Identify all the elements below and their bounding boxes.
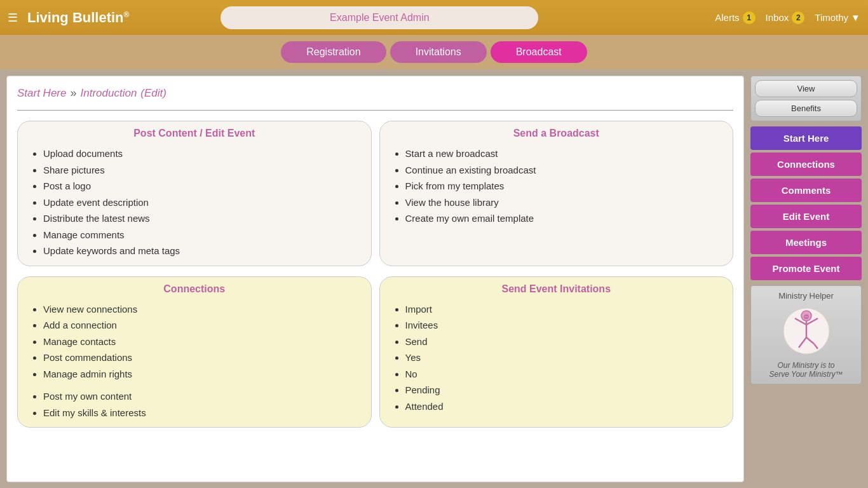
content-panel: Start Here » Introduction (Edit) Post Co… — [6, 76, 744, 482]
broadcast-list: Start a new broadcast Continue an existi… — [390, 146, 723, 227]
ministry-text: Our Ministry is to Serve Your Ministry™ — [756, 361, 856, 379]
connections-title: Connections — [28, 283, 361, 295]
sidebar-item-promote-event[interactable]: Promote Event — [750, 257, 862, 280]
menu-icon[interactable]: ☰ — [8, 11, 18, 25]
list-item: Post my own content — [43, 388, 361, 405]
user-menu[interactable]: Timothy ▼ — [815, 12, 860, 23]
connections-list: View new connections Add a connection Ma… — [28, 301, 361, 421]
list-item: Import — [405, 301, 723, 318]
list-item: Distribute the latest news — [43, 210, 361, 227]
list-item: Post a logo — [43, 178, 361, 194]
sidebar-item-comments[interactable]: Comments — [750, 179, 862, 202]
inbox-badge: 2 — [792, 11, 804, 24]
list-item: Manage comments — [43, 227, 361, 243]
list-item: Yes — [405, 349, 723, 366]
list-item: View the house library — [405, 194, 723, 211]
sidebar-top-panel: View Benefits — [750, 76, 862, 121]
view-button[interactable]: View — [755, 80, 857, 97]
broadcast-title: Send a Broadcast — [390, 128, 723, 139]
list-item: Upload documents — [43, 146, 361, 162]
sidebar-item-edit-event[interactable]: Edit Event — [750, 205, 862, 228]
sidebar-item-meetings[interactable]: Meetings — [750, 231, 862, 254]
list-item: Create my own email template — [405, 210, 723, 227]
header-right: Alerts 1 Inbox 2 Timothy ▼ — [715, 11, 860, 24]
list-item: Start a new broadcast — [405, 146, 723, 162]
top-sections: Post Content / Edit Event Upload documen… — [17, 121, 733, 266]
list-item: Continue an existing broadcast — [405, 162, 723, 179]
breadcrumb-start[interactable]: Start Here — [17, 87, 66, 100]
breadcrumb-separator — [17, 110, 733, 111]
ministry-helper-label: Ministry Helper — [756, 291, 856, 301]
breadcrumb-current: Introduction — [81, 87, 137, 100]
sidebar-item-start-here[interactable]: Start Here — [750, 126, 862, 150]
list-item: Pick from my templates — [405, 178, 723, 194]
breadcrumb-sep: » — [70, 86, 76, 100]
tab-invitations[interactable]: Invitations — [390, 41, 487, 63]
search-input[interactable] — [220, 6, 538, 29]
list-item: Edit my skills & interests — [43, 405, 361, 421]
list-item: Manage admin rights — [43, 366, 361, 383]
invitations-section: Send Event Invitations Import Invitees S… — [379, 276, 734, 428]
svg-text:@: @ — [803, 313, 809, 320]
list-item: Invitees — [405, 317, 723, 334]
invitations-title: Send Event Invitations — [390, 283, 723, 295]
benefits-button[interactable]: Benefits — [755, 100, 857, 117]
post-content-list: Upload documents Share pictures Post a l… — [28, 146, 361, 259]
app-title: Living Bulletin® — [27, 10, 129, 26]
header: ☰ Living Bulletin® Alerts 1 Inbox 2 Timo… — [0, 0, 868, 35]
tab-broadcast[interactable]: Broadcast — [491, 41, 587, 63]
ministry-figure: @ — [781, 304, 832, 358]
list-item: Attended — [405, 398, 723, 415]
sidebar: View Benefits Start Here Connections Com… — [750, 76, 862, 482]
post-content-section: Post Content / Edit Event Upload documen… — [17, 121, 372, 266]
alerts-badge: 1 — [743, 11, 756, 24]
post-content-title: Post Content / Edit Event — [28, 128, 361, 139]
inbox-button[interactable]: Inbox 2 — [766, 11, 805, 24]
list-item — [43, 382, 361, 388]
list-item: Send — [405, 334, 723, 350]
list-item: Post commendations — [43, 349, 361, 366]
list-item: Share pictures — [43, 162, 361, 179]
list-item: No — [405, 366, 723, 383]
bottom-sections: Connections View new connections Add a c… — [17, 276, 733, 428]
list-item: Update keywords and meta tags — [43, 243, 361, 259]
breadcrumb: Start Here » Introduction (Edit) — [17, 86, 733, 100]
sidebar-item-connections[interactable]: Connections — [750, 152, 862, 176]
list-item: View new connections — [43, 301, 361, 318]
breadcrumb-edit[interactable]: (Edit) — [140, 87, 166, 100]
alerts-button[interactable]: Alerts 1 — [715, 11, 755, 24]
connections-section: Connections View new connections Add a c… — [17, 276, 372, 428]
broadcast-section: Send a Broadcast Start a new broadcast C… — [379, 121, 734, 266]
list-item: Manage contacts — [43, 334, 361, 350]
tab-registration[interactable]: Registration — [281, 41, 386, 63]
tab-bar: Registration Invitations Broadcast — [0, 35, 868, 69]
invitations-list: Import Invitees Send Yes No Pending Atte… — [390, 301, 723, 415]
list-item: Add a connection — [43, 317, 361, 334]
main-area: Start Here » Introduction (Edit) Post Co… — [0, 69, 868, 488]
list-item: Pending — [405, 382, 723, 398]
search-bar — [220, 6, 538, 29]
list-item: Update event description — [43, 194, 361, 211]
ministry-helper: Ministry Helper @ Our — [750, 285, 862, 384]
